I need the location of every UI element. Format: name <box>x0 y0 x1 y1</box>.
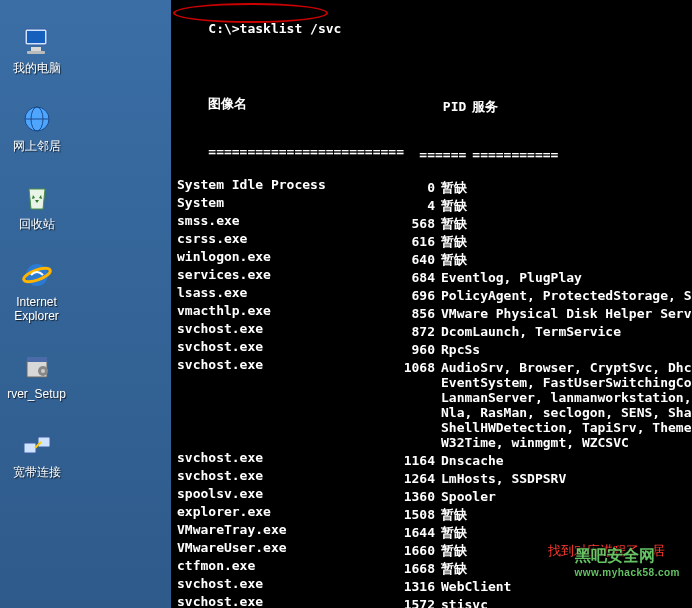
process-row: svchost.exe1164Dnscache <box>177 450 686 468</box>
process-pid: 1508 <box>387 507 435 522</box>
desktop-icon-broadband[interactable]: 宽带连接 <box>1 429 73 479</box>
separator-row: ========================================… <box>177 129 686 177</box>
process-services: Eventlog, PlugPlay <box>435 270 582 285</box>
process-services: 暂缺 <box>435 234 467 249</box>
process-image-name: spoolsv.exe <box>177 486 387 501</box>
process-row: svchost.exe1572stisvc <box>177 594 686 608</box>
process-pid: 1660 <box>387 543 435 558</box>
recycle-bin-icon <box>21 181 53 213</box>
header-services: 服务 <box>466 99 498 114</box>
desktop-icon-recycle-bin[interactable]: 回收站 <box>1 181 73 231</box>
process-image-name: svchost.exe <box>177 468 387 483</box>
svg-rect-10 <box>27 357 47 362</box>
process-services: Dnscache <box>435 453 504 468</box>
process-services: DcomLaunch, TermService <box>435 324 621 339</box>
desktop-icon-network-places[interactable]: 网上邻居 <box>1 103 73 153</box>
desktop-icon-label: 网上邻居 <box>13 139 61 153</box>
process-services: PolicyAgent, ProtectedStorage, S <box>435 288 691 303</box>
process-pid: 1572 <box>387 597 435 608</box>
process-services: 暂缺 <box>435 561 467 576</box>
process-image-name: smss.exe <box>177 213 387 228</box>
process-pid: 1068 <box>387 360 435 375</box>
process-services: 暂缺 <box>435 198 467 213</box>
process-row: services.exe684Eventlog, PlugPlay <box>177 267 686 285</box>
process-pid: 0 <box>387 180 435 195</box>
desktop-icon-my-computer[interactable]: 我的电脑 <box>1 25 73 75</box>
process-row: vmacthlp.exe856VMware Physical Disk Help… <box>177 303 686 321</box>
process-services: stisvc <box>435 597 488 608</box>
process-services: LmHosts, SSDPSRV <box>435 471 566 486</box>
process-row: smss.exe568暂缺 <box>177 213 686 231</box>
process-pid: 616 <box>387 234 435 249</box>
process-services: 暂缺 <box>435 525 467 540</box>
red-circle-annotation <box>173 3 328 23</box>
process-pid: 640 <box>387 252 435 267</box>
process-row: System Idle Process0暂缺 <box>177 177 686 195</box>
process-services: RpcSs <box>435 342 480 357</box>
process-services-continued: LanmanServer, lanmanworkstation, <box>177 390 686 405</box>
process-image-name: System Idle Process <box>177 177 387 192</box>
process-pid: 872 <box>387 324 435 339</box>
my-computer-icon <box>21 25 53 57</box>
process-services-continued: ShellHWDetection, TapiSrv, Theme <box>177 420 686 435</box>
command-text: C:\>tasklist /svc <box>208 21 341 36</box>
desktop-icon-label: 宽带连接 <box>13 465 61 479</box>
watermark-url: www.myhack58.com <box>575 567 680 578</box>
process-pid: 960 <box>387 342 435 357</box>
process-row: svchost.exe872DcomLaunch, TermService <box>177 321 686 339</box>
process-pid: 568 <box>387 216 435 231</box>
process-services: 暂缺 <box>435 252 467 267</box>
process-image-name: lsass.exe <box>177 285 387 300</box>
desktop-icon-internet-explorer[interactable]: Internet Explorer <box>1 259 73 323</box>
table-header: 图像名PID服务 <box>177 81 686 129</box>
process-row: VMwareTray.exe1644暂缺 <box>177 522 686 540</box>
process-image-name: services.exe <box>177 267 387 282</box>
process-image-name: svchost.exe <box>177 450 387 465</box>
process-image-name: svchost.exe <box>177 339 387 354</box>
process-services: WebClient <box>435 579 511 594</box>
process-services: VMware Physical Disk Helper Serv <box>435 306 691 321</box>
process-pid: 1668 <box>387 561 435 576</box>
desktop-icon-label: 回收站 <box>19 217 55 231</box>
process-image-name: ctfmon.exe <box>177 558 387 573</box>
process-image-name: svchost.exe <box>177 357 387 372</box>
process-row: csrss.exe616暂缺 <box>177 231 686 249</box>
watermark: 黑吧安全网 www.myhack58.com <box>575 546 680 578</box>
process-image-name: csrss.exe <box>177 231 387 246</box>
svg-point-12 <box>41 369 45 373</box>
desktop-icon-label: rver_Setup <box>7 387 66 401</box>
process-image-name: System <box>177 195 387 210</box>
process-services: 暂缺 <box>435 216 467 231</box>
process-pid: 1164 <box>387 453 435 468</box>
process-row: System4暂缺 <box>177 195 686 213</box>
process-services-continued: EventSystem, FastUserSwitchingCo <box>177 375 686 390</box>
rver-setup-icon <box>21 351 53 383</box>
command-line: C:\>tasklist /svc <box>177 6 686 66</box>
process-image-name: VMwareUser.exe <box>177 540 387 555</box>
process-services: 暂缺 <box>435 180 467 195</box>
process-services: 暂缺 <box>435 507 467 522</box>
process-image-name: explorer.exe <box>177 504 387 519</box>
process-image-name: winlogon.exe <box>177 249 387 264</box>
desktop-icon-rver-setup[interactable]: rver_Setup <box>1 351 73 401</box>
process-row: svchost.exe1316WebClient <box>177 576 686 594</box>
process-pid: 1644 <box>387 525 435 540</box>
process-row: svchost.exe1264LmHosts, SSDPSRV <box>177 468 686 486</box>
command-prompt-window[interactable]: C:\>tasklist /svc 图像名PID服务 =============… <box>171 0 692 608</box>
process-row: svchost.exe1068AudioSrv, Browser, CryptS… <box>177 357 686 375</box>
process-pid: 1316 <box>387 579 435 594</box>
process-services: 暂缺 <box>435 543 467 558</box>
svg-rect-1 <box>27 31 45 43</box>
process-services: AudioSrv, Browser, CryptSvc, Dhc <box>435 360 691 375</box>
process-pid: 1360 <box>387 489 435 504</box>
process-row: explorer.exe1508暂缺 <box>177 504 686 522</box>
desktop-icon-label: 我的电脑 <box>13 61 61 75</box>
watermark-main: 黑吧安全网 <box>575 547 655 564</box>
network-places-icon <box>21 103 53 135</box>
process-pid: 4 <box>387 198 435 213</box>
process-services-continued: Nla, RasMan, seclogon, SENS, Sha <box>177 405 686 420</box>
svg-rect-13 <box>24 443 36 453</box>
header-image-name: 图像名 <box>208 96 418 111</box>
process-pid: 856 <box>387 306 435 321</box>
process-services-continued: W32Time, winmgmt, WZCSVC <box>177 435 686 450</box>
